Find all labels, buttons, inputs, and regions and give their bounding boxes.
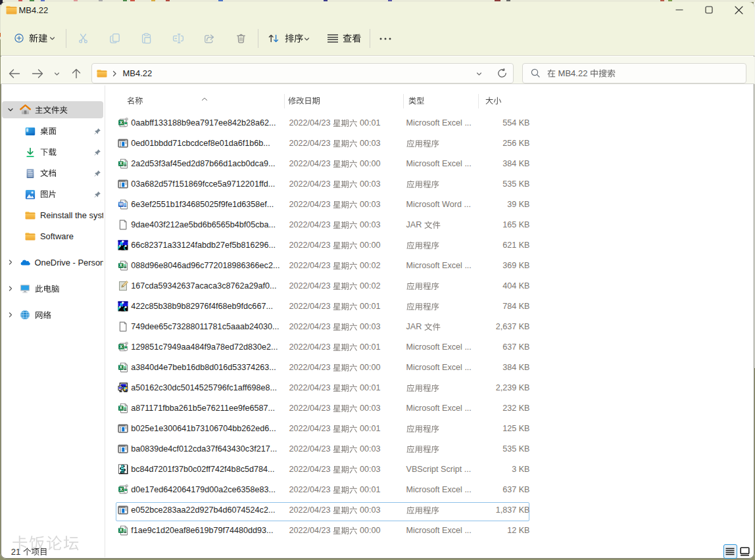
svg-text:X: X xyxy=(119,365,122,369)
svg-text:X: X xyxy=(119,263,122,268)
svg-text:X: X xyxy=(119,161,122,166)
svg-text:X: X xyxy=(119,120,122,126)
svg-text:W: W xyxy=(118,202,123,206)
svg-text:X: X xyxy=(119,344,122,350)
svg-text:X: X xyxy=(119,406,122,410)
svg-text:X: X xyxy=(119,528,122,532)
svg-text:X: X xyxy=(119,486,122,492)
